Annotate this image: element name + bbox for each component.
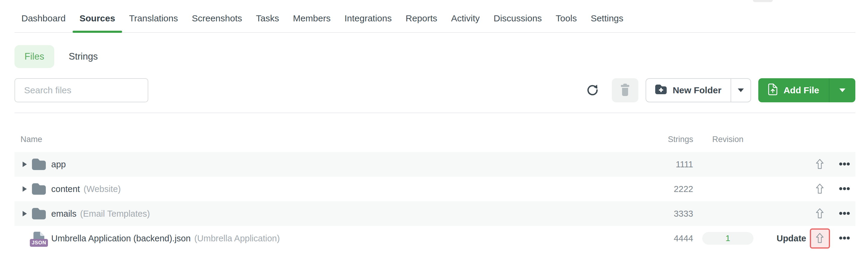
nav-tab-translations[interactable]: Translations	[122, 13, 185, 32]
add-file-label: Add File	[784, 85, 819, 96]
json-badge-label: JSON	[30, 239, 48, 247]
upload-arrow-icon	[815, 233, 824, 244]
caret-down-icon	[738, 88, 744, 92]
row-strings-count: 2222	[642, 184, 693, 194]
chevron-right-icon[interactable]	[22, 161, 28, 167]
more-actions-button[interactable]	[837, 160, 852, 169]
upload-translations-button[interactable]	[810, 179, 830, 199]
json-file-icon: JSON	[32, 231, 46, 246]
column-header-revision: Revision	[693, 135, 763, 144]
nav-tab-activity[interactable]: Activity	[444, 13, 487, 32]
table-row[interactable]: emails (Email Templates) 3333	[14, 201, 855, 226]
cutoff-element-top	[753, 0, 773, 2]
ellipsis-icon	[839, 162, 850, 167]
search-input[interactable]	[14, 78, 148, 102]
column-header-name: Name	[14, 135, 642, 144]
ellipsis-icon	[839, 236, 850, 241]
row-name[interactable]: Umbrella Application (backend).json	[51, 233, 191, 244]
folder-icon	[32, 206, 46, 221]
row-name[interactable]: content	[51, 184, 80, 194]
files-table: Name Strings Revision app	[14, 113, 855, 251]
nav-tab-tools[interactable]: Tools	[549, 13, 584, 32]
project-nav: DashboardSourcesTranslationsScreenshotsT…	[14, 0, 855, 33]
nav-tab-integrations[interactable]: Integrations	[338, 13, 399, 32]
nav-tab-tasks[interactable]: Tasks	[249, 13, 286, 32]
more-actions-button[interactable]	[837, 185, 852, 193]
row-name[interactable]: app	[51, 159, 66, 170]
table-row[interactable]: content (Website) 2222	[14, 177, 855, 201]
update-link[interactable]: Update	[777, 233, 806, 244]
trash-icon	[619, 83, 631, 98]
add-file-button[interactable]: Add File	[758, 78, 829, 102]
folder-plus-icon	[655, 84, 667, 96]
toolbar-actions: New Folder Add File	[586, 78, 855, 102]
toggle-strings[interactable]: Strings	[69, 45, 98, 68]
file-upload-icon	[768, 83, 778, 98]
new-folder-label: New Folder	[673, 85, 721, 96]
upload-arrow-icon	[815, 208, 824, 220]
nav-tab-reports[interactable]: Reports	[399, 13, 444, 32]
row-note: (Umbrella Application)	[194, 233, 280, 244]
chevron-right-icon[interactable]	[22, 211, 28, 216]
refresh-icon	[586, 83, 599, 98]
upload-translations-button[interactable]	[810, 154, 830, 175]
file-table-body: app 1111	[14, 152, 855, 251]
upload-translations-button[interactable]	[810, 204, 830, 224]
refresh-button[interactable]	[586, 83, 599, 98]
upload-translations-button[interactable]	[810, 228, 830, 249]
row-note: (Email Templates)	[80, 209, 150, 219]
nav-tab-screenshots[interactable]: Screenshots	[185, 13, 249, 32]
upload-arrow-icon	[815, 183, 824, 195]
more-actions-button[interactable]	[837, 210, 852, 218]
nav-tab-dashboard[interactable]: Dashboard	[14, 13, 73, 32]
ellipsis-icon	[839, 187, 850, 191]
toolbar: New Folder Add File	[14, 78, 855, 102]
revision-badge: 1	[702, 232, 753, 245]
ellipsis-icon	[839, 212, 850, 216]
chevron-right-icon[interactable]	[22, 186, 28, 192]
column-header-strings: Strings	[642, 135, 693, 144]
new-folder-dropdown-button[interactable]	[731, 79, 750, 102]
row-note: (Website)	[84, 184, 121, 194]
upload-arrow-icon	[815, 158, 824, 170]
caret-down-icon	[839, 88, 845, 92]
row-strings-count: 4444	[642, 233, 693, 244]
folder-icon	[32, 157, 46, 172]
new-folder-split-button: New Folder	[646, 78, 751, 102]
table-header-row: Name Strings Revision	[14, 113, 855, 152]
row-name[interactable]: emails	[51, 209, 76, 219]
row-strings-count: 3333	[642, 209, 693, 219]
add-file-dropdown-button[interactable]	[829, 78, 855, 102]
toggle-files[interactable]: Files	[14, 45, 54, 68]
table-row[interactable]: app 1111	[14, 152, 855, 177]
row-strings-count: 1111	[642, 159, 693, 170]
nav-tab-discussions[interactable]: Discussions	[487, 13, 549, 32]
delete-button[interactable]	[612, 78, 638, 102]
table-row[interactable]: JSON Umbrella Application (backend).json…	[14, 226, 855, 251]
nav-tab-settings[interactable]: Settings	[584, 13, 630, 32]
add-file-split-button: Add File	[758, 78, 855, 102]
view-toggle: Files Strings	[14, 45, 855, 68]
more-actions-button[interactable]	[837, 234, 852, 243]
folder-icon	[32, 181, 46, 196]
nav-tab-sources[interactable]: Sources	[73, 13, 122, 32]
nav-tab-members[interactable]: Members	[286, 13, 338, 32]
sources-page: DashboardSourcesTranslationsScreenshotsT…	[0, 0, 868, 251]
new-folder-button[interactable]: New Folder	[646, 79, 731, 102]
